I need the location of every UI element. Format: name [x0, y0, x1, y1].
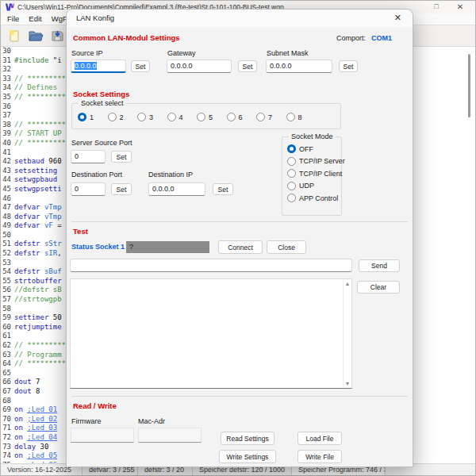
code-token: defvar: [14, 203, 40, 211]
socket-status-box: ?: [126, 241, 209, 253]
receive-scrollbar[interactable]: ▲ ▼: [343, 279, 351, 388]
socket-radio-icon[interactable]: [227, 113, 236, 121]
close-button[interactable]: ✕: [455, 2, 466, 12]
code-token: ;Led_02: [27, 415, 57, 423]
socket-option[interactable]: 8: [286, 113, 317, 121]
socket-radio-icon[interactable]: [167, 113, 176, 121]
code-token: // *********: [14, 359, 66, 367]
line-number: 37: [1, 111, 14, 121]
socket-mode-option[interactable]: APP Control: [287, 194, 345, 202]
code-token: "i: [48, 56, 61, 64]
socket-option[interactable]: 7: [256, 113, 286, 121]
read-settings-button[interactable]: Read Settings: [221, 432, 274, 445]
clear-button[interactable]: Clear: [357, 281, 400, 294]
destination-ip-set-button[interactable]: Set: [213, 183, 233, 195]
code-token: ;Led_05: [27, 451, 57, 459]
socket-option[interactable]: 5: [197, 113, 227, 121]
server-source-port-label: Server Source Port: [71, 139, 132, 147]
socket-radio-icon[interactable]: [78, 113, 86, 121]
menu-edit[interactable]: Edit: [24, 13, 46, 25]
maximize-button[interactable]: □: [431, 2, 442, 12]
gateway-set-button[interactable]: Set: [238, 60, 257, 72]
destination-ip-label: Destination IP: [148, 171, 193, 178]
line-number: 64: [1, 359, 14, 369]
socket-option[interactable]: 3: [137, 113, 167, 121]
code-token: // *********: [14, 93, 66, 101]
socket-mode-option[interactable]: TCP/IP Server: [287, 157, 345, 166]
socket-mode-radio-icon[interactable]: [287, 194, 296, 202]
socket-radio-icon[interactable]: [137, 113, 146, 121]
socket-mode-option[interactable]: UDP: [287, 182, 345, 190]
line-number: 66: [1, 378, 14, 387]
source-ip-input[interactable]: 0.0.0.0: [71, 60, 126, 73]
code-token: defvar: [14, 221, 40, 229]
code-token: setwgpbaud: [14, 175, 57, 183]
code-token: 960: [44, 157, 62, 165]
socket-mode-radio-icon[interactable]: [287, 169, 296, 178]
code-token: dout: [14, 378, 32, 386]
subnet-mask-set-button[interactable]: Set: [339, 60, 358, 72]
test-heading: Test: [73, 227, 88, 236]
status-socket-label: Status Socket 1: [71, 243, 125, 251]
socket-mode-radio-icon[interactable]: [287, 157, 296, 166]
save-file-icon: [50, 29, 65, 43]
main-window: C:\Users\Win11-Pro\Documents\Compiled\Ex…: [0, 0, 476, 476]
line-number: 39: [1, 129, 14, 139]
mac-adr-field: [138, 428, 202, 443]
socket-radio-icon[interactable]: [256, 113, 265, 121]
socket-mode-option-label: APP Control: [299, 194, 338, 202]
destination-port-set-button[interactable]: Set: [111, 183, 132, 195]
open-folder-icon: [28, 29, 44, 43]
socket-option[interactable]: 2: [108, 113, 138, 121]
close-socket-button[interactable]: Close: [267, 240, 306, 254]
line-number: 42: [1, 157, 14, 167]
socket-radio-icon[interactable]: [197, 113, 205, 121]
socket-radio-icon[interactable]: [286, 113, 295, 121]
save-file-button[interactable]: [49, 28, 65, 44]
server-source-port-set-button[interactable]: Set: [111, 151, 132, 163]
new-file-button[interactable]: [6, 28, 22, 44]
code-token: ;Led_04: [27, 433, 57, 441]
receive-textarea[interactable]: ▲ ▼: [70, 278, 352, 389]
server-source-port-input[interactable]: 0: [71, 150, 106, 163]
app-icon: [6, 3, 14, 11]
write-settings-button[interactable]: Write Settings: [219, 450, 276, 463]
scroll-down-icon[interactable]: ▼: [344, 381, 351, 386]
socket-mode-option[interactable]: TCP/IP Client: [287, 169, 345, 178]
editor-scrollbar-thumb[interactable]: [468, 54, 470, 117]
send-input[interactable]: [70, 259, 352, 272]
send-button[interactable]: Send: [359, 259, 400, 272]
line-number: 61: [1, 332, 14, 341]
write-file-button[interactable]: Write File: [298, 450, 342, 463]
destination-port-label: Destination Port: [71, 171, 122, 178]
line-number: 45: [1, 185, 14, 194]
line-number: 49: [1, 221, 14, 231]
load-file-button[interactable]: Load File: [298, 432, 342, 445]
destination-port-input[interactable]: 0: [71, 182, 106, 196]
socket-radio-icon[interactable]: [108, 113, 117, 121]
line-number: 46: [1, 194, 14, 204]
firmware-label: Firmware: [71, 417, 102, 425]
connect-button[interactable]: Connect: [218, 240, 263, 254]
code-token: 8: [32, 387, 40, 395]
menu-file[interactable]: File: [2, 13, 24, 25]
socket-mode-option[interactable]: OFF: [287, 144, 345, 153]
socket-option[interactable]: 6: [227, 113, 257, 121]
open-file-button[interactable]: [28, 28, 44, 44]
socket-mode-radio-icon[interactable]: [287, 182, 296, 190]
socket-option[interactable]: 1: [78, 113, 108, 121]
socket-option-label: 1: [90, 113, 94, 121]
code-token: retjumptime: [14, 323, 62, 331]
dialog-close-icon[interactable]: ✕: [394, 13, 401, 23]
socket-option[interactable]: 4: [167, 113, 198, 121]
destination-ip-input[interactable]: 0.0.0.0: [148, 182, 205, 196]
gateway-input[interactable]: 0.0.0.0: [167, 60, 232, 73]
subnet-mask-input[interactable]: 0.0.0.0: [266, 60, 332, 73]
line-number: 38: [1, 121, 14, 130]
line-number: 33: [1, 75, 14, 84]
source-ip-set-button[interactable]: Set: [131, 60, 150, 72]
scroll-up-icon[interactable]: ▲: [344, 281, 351, 286]
socket-mode-radio-icon[interactable]: [287, 144, 296, 153]
code-token: on: [14, 424, 23, 432]
code-token: // Programm: [14, 351, 62, 359]
